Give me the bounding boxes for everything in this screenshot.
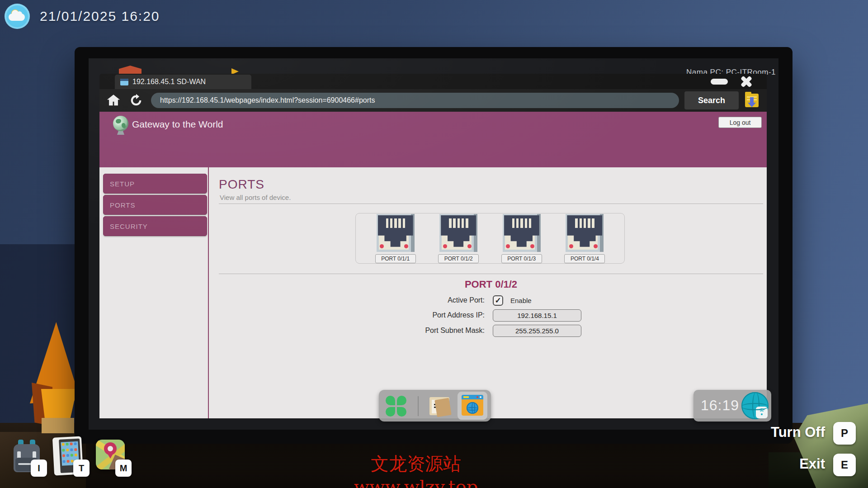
- os-tray[interactable]: 16:19: [693, 390, 771, 422]
- desktop-icon-fragment: [119, 66, 142, 74]
- browser-tabstrip: 192.168.45.1 SD-WAN: [99, 74, 767, 89]
- logout-button[interactable]: Log out: [718, 117, 762, 128]
- hud-clock: 21/01/2025 16:20: [5, 4, 160, 29]
- ethernet-port-icon: [566, 214, 604, 252]
- port-card-3[interactable]: PORT 0/1/3: [498, 214, 545, 263]
- minimize-button[interactable]: [711, 79, 728, 85]
- ethernet-port-icon: [439, 214, 477, 252]
- os-taskbar: [379, 390, 491, 422]
- bookmarks-folder-icon[interactable]: [744, 92, 760, 109]
- exit-action[interactable]: Exit: [799, 456, 825, 472]
- ports-box: PORT 0/1/1 PORT 0/1/2: [355, 213, 625, 264]
- inventory-key-badge: I: [31, 460, 47, 477]
- exit-key-badge: E: [833, 454, 856, 476]
- port-label: PORT 0/1/1: [375, 254, 416, 263]
- turn-off-action[interactable]: Turn Off: [771, 424, 825, 441]
- browser-toolbar: Search: [99, 89, 767, 112]
- search-button[interactable]: Search: [684, 91, 739, 109]
- browser-tab[interactable]: 192.168.45.1 SD-WAN: [115, 75, 251, 89]
- map-key-badge: M: [115, 460, 132, 477]
- divider: [219, 204, 763, 204]
- divider: [219, 274, 763, 274]
- turn-off-key-badge: P: [833, 422, 856, 445]
- monitor-screen[interactable]: Nama PC: PC-ITRoom-1 192.168.45.1 SD-WAN: [89, 58, 778, 430]
- start-menu-icon[interactable]: [386, 396, 406, 417]
- browser-window: 192.168.45.1 SD-WAN Search: [99, 74, 767, 418]
- active-app-highlight[interactable]: [458, 392, 487, 420]
- site-header: Gateway to the World Log out: [99, 112, 767, 167]
- browser-app-icon: [462, 395, 483, 416]
- port-card-2[interactable]: PORT 0/1/2: [435, 214, 482, 263]
- sidebar-item-setup[interactable]: SETUP: [103, 174, 207, 194]
- mask-label: Port Subnet Mask:: [219, 327, 493, 335]
- port-label: PORT 0/1/4: [564, 254, 605, 263]
- tablet-key-badge: T: [73, 460, 90, 477]
- game-scene: 21/01/2025 16:20 Nama PC: PC-ITRoom-1 19…: [0, 0, 868, 488]
- monitor: Nama PC: PC-ITRoom-1 192.168.45.1 SD-WAN: [75, 47, 793, 444]
- main-content: PORTS View all ports of device. PORT 0/: [219, 167, 763, 418]
- webpage: Gateway to the World Log out SETUP PORTS…: [99, 112, 767, 418]
- tab-favicon-icon: [120, 79, 128, 85]
- sidebar-nav: SETUP PORTS SECURITY: [103, 174, 208, 237]
- cloud-icon: [9, 14, 25, 21]
- globe-icon: [112, 116, 129, 136]
- refresh-icon[interactable]: [128, 93, 144, 108]
- ip-input[interactable]: [493, 309, 581, 322]
- hud-datetime: 21/01/2025 16:20: [40, 9, 160, 24]
- ip-label: Port Address IP:: [219, 311, 493, 319]
- tab-title: 192.168.45.1 SD-WAN: [132, 78, 206, 86]
- mask-row: Port Subnet Mask:: [219, 324, 763, 337]
- tray-clock: 16:19: [701, 397, 739, 414]
- port-detail-title: PORT 0/1/2: [219, 279, 763, 290]
- ethernet-port-icon: [377, 214, 415, 252]
- sidebar-item-ports[interactable]: PORTS: [103, 195, 207, 215]
- page-subtitle: View all ports of device.: [220, 194, 291, 201]
- close-button[interactable]: [739, 74, 754, 89]
- enable-label: Enable: [510, 297, 532, 304]
- file-explorer-icon[interactable]: [429, 396, 451, 416]
- port-card-1[interactable]: PORT 0/1/1: [372, 214, 419, 263]
- site-title: Gateway to the World: [132, 119, 223, 130]
- port-label: PORT 0/1/2: [438, 254, 479, 263]
- sidebar-item-security[interactable]: SECURITY: [103, 216, 207, 236]
- ip-row: Port Address IP:: [219, 309, 763, 322]
- enable-checkbox[interactable]: [493, 295, 503, 306]
- url-input[interactable]: [151, 93, 679, 108]
- active-port-label: Active Port:: [219, 296, 493, 304]
- weather-icon: [5, 4, 30, 29]
- watermark: 文龙资源站www.wlzy.top: [312, 451, 520, 488]
- desk-decoration: [42, 418, 74, 433]
- port-label: PORT 0/1/3: [501, 254, 542, 263]
- home-icon[interactable]: [106, 93, 121, 108]
- active-port-row: Active Port: Enable: [219, 294, 763, 307]
- wifi-icon: [756, 407, 768, 418]
- ethernet-port-icon: [503, 214, 541, 252]
- port-card-4[interactable]: PORT 0/1/4: [561, 214, 608, 263]
- taskbar-divider: [418, 396, 419, 416]
- network-globe-icon: [741, 392, 769, 419]
- mask-input[interactable]: [493, 325, 581, 337]
- page-title: PORTS: [219, 177, 264, 192]
- sidebar-divider: [208, 167, 209, 418]
